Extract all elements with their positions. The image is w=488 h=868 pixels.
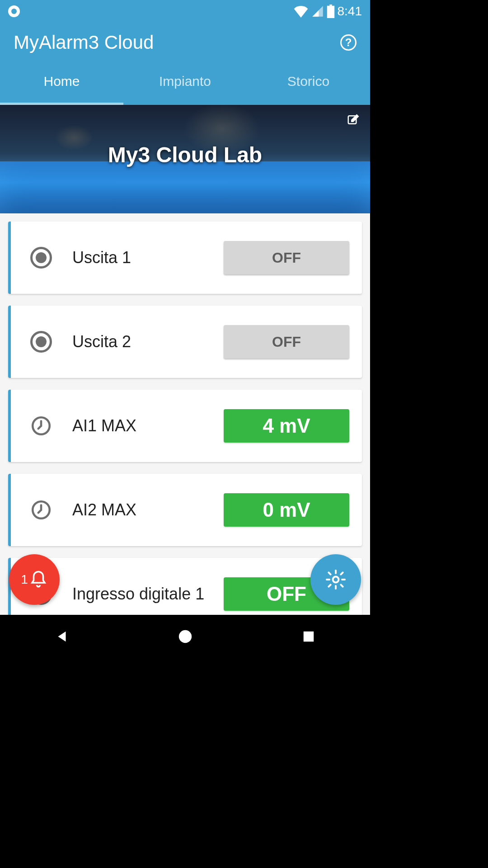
notifications-fab[interactable]: 1	[9, 554, 60, 605]
notification-count: 1	[21, 572, 28, 587]
signal-icon	[311, 5, 324, 18]
output-circle-icon	[29, 330, 53, 354]
tab-label: Storico	[287, 74, 329, 89]
camera-indicator-icon	[8, 5, 20, 17]
tab-storico[interactable]: Storico	[247, 58, 370, 105]
app-title: MyAlarm3 Cloud	[14, 32, 154, 53]
card-ai2-max[interactable]: AI2 MAX 0 mV	[8, 474, 362, 546]
toggle-button[interactable]: OFF	[224, 325, 349, 359]
edit-icon[interactable]	[347, 113, 360, 128]
hero-title: My3 Cloud Lab	[108, 142, 262, 167]
home-circle-icon	[178, 629, 193, 644]
card-uscita-2[interactable]: Uscita 2 OFF	[8, 306, 362, 378]
nav-home-button[interactable]	[158, 623, 212, 650]
status-time: 8:41	[338, 4, 362, 19]
gear-icon	[325, 569, 347, 590]
status-bar: 8:41	[0, 0, 370, 23]
card-ai1-max[interactable]: AI1 MAX 4 mV	[8, 390, 362, 462]
content-list[interactable]: Uscita 1 OFF Uscita 2 OFF AI1 MAX 4 mV A…	[0, 213, 370, 615]
card-label: AI2 MAX	[72, 500, 224, 519]
svg-rect-0	[329, 5, 332, 6]
card-label: Ingresso digitale 1	[72, 585, 224, 604]
status-left	[8, 5, 20, 17]
svg-point-6	[178, 630, 191, 643]
tab-impianto[interactable]: Impianto	[123, 58, 247, 105]
hero-banner: My3 Cloud Lab	[0, 105, 370, 213]
value-display[interactable]: 4 mV	[224, 409, 349, 443]
bell-icon	[29, 570, 48, 589]
svg-point-5	[333, 577, 339, 583]
wifi-icon	[293, 5, 309, 18]
nav-recent-button[interactable]	[282, 623, 336, 650]
back-triangle-icon	[54, 629, 70, 644]
toggle-button[interactable]: OFF	[224, 241, 349, 274]
settings-fab[interactable]	[310, 554, 361, 605]
timer-icon	[29, 498, 53, 522]
card-ingresso-digitale-1[interactable]: Ingresso digitale 1 OFF	[8, 558, 362, 615]
status-right: 8:41	[293, 4, 362, 19]
tab-home[interactable]: Home	[0, 58, 123, 105]
system-nav-bar	[0, 615, 370, 658]
tab-label: Impianto	[159, 74, 211, 89]
app-bar: MyAlarm3 Cloud ?	[0, 23, 370, 58]
help-icon[interactable]: ?	[340, 34, 357, 51]
nav-back-button[interactable]	[35, 623, 89, 650]
battery-icon	[327, 5, 335, 18]
timer-icon	[29, 414, 53, 438]
recent-square-icon	[302, 630, 315, 643]
card-label: Uscita 1	[72, 248, 224, 267]
tab-label: Home	[43, 74, 80, 89]
card-label: Uscita 2	[72, 332, 224, 351]
svg-rect-1	[327, 6, 334, 18]
card-uscita-1[interactable]: Uscita 1 OFF	[8, 222, 362, 294]
svg-rect-7	[303, 632, 314, 642]
value-display[interactable]: 0 mV	[224, 493, 349, 527]
output-circle-icon	[29, 245, 53, 270]
card-label: AI1 MAX	[72, 416, 224, 435]
tabs: Home Impianto Storico	[0, 58, 370, 105]
